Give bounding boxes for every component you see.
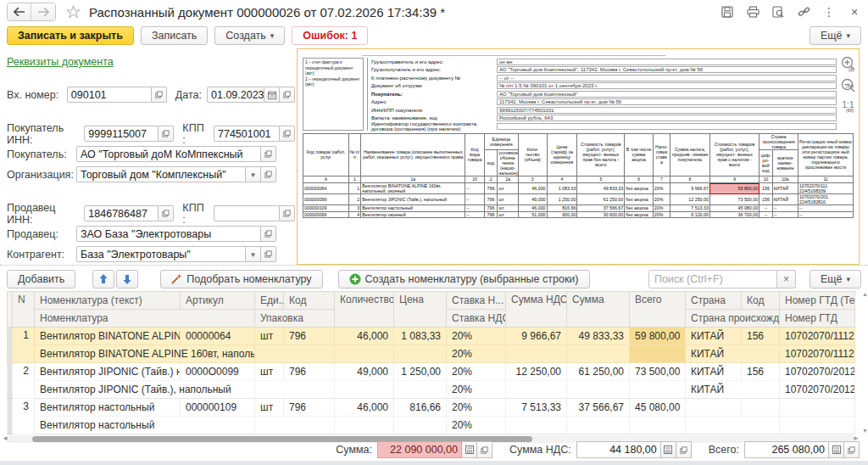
move-down-button[interactable] xyxy=(116,270,138,289)
open-icon[interactable] xyxy=(159,126,174,142)
save-close-button[interactable]: Записать и закрыть xyxy=(7,26,134,45)
col-code[interactable]: Код xyxy=(284,292,335,310)
col-n[interactable]: N xyxy=(13,292,35,328)
open-icon[interactable] xyxy=(676,441,692,458)
col-gtd-number[interactable]: Номер ГТД xyxy=(780,310,855,328)
back-button[interactable] xyxy=(8,3,31,20)
vat-sum-label: Сумма НДС: xyxy=(509,444,571,456)
col-country[interactable]: Страна xyxy=(686,292,742,310)
col-articul[interactable]: Артикул xyxy=(181,292,255,310)
open-icon[interactable] xyxy=(261,146,276,162)
close-icon[interactable]: × xyxy=(848,5,861,19)
add-row-button[interactable]: Добавить xyxy=(7,270,75,289)
in-number-input[interactable]: 090101 xyxy=(67,87,152,103)
sum-field: 22 090 000,00 xyxy=(377,441,492,458)
status-strip xyxy=(0,461,868,465)
calculator-icon[interactable] xyxy=(661,441,676,458)
organization-input[interactable]: Торговый дом "Комплексный" xyxy=(76,166,246,182)
item-row-line2[interactable]: Вентилятор BINATONE ALPINE 160вт, наполь… xyxy=(8,345,855,363)
actual-size-button[interactable]: 1:1 xyxy=(843,100,854,109)
pv-col-price: Цена (тариф) за единицу измерения xyxy=(547,133,577,176)
buyer-inn-input[interactable]: 9999115007 xyxy=(84,126,159,142)
item-row-line2[interactable]: Вентилятор настольный 20% xyxy=(8,417,855,434)
open-icon[interactable] xyxy=(280,205,295,221)
date-input[interactable]: 01.09.2023 xyxy=(207,87,264,103)
scroll-up-icon[interactable]: ▲ xyxy=(862,291,868,297)
more-button-grid[interactable]: Ещё▾ xyxy=(810,270,861,289)
errors-button[interactable]: Ошибок: 1 xyxy=(292,26,368,45)
item-row-line1[interactable]: 1 Вентилятор BINATONE ALPINE 1... 000000… xyxy=(8,328,855,345)
create-button[interactable]: Создать▾ xyxy=(214,26,285,45)
col-price[interactable]: Цена xyxy=(394,292,447,328)
open-icon[interactable] xyxy=(261,166,276,182)
col-nomenclature[interactable]: Номенклатура xyxy=(35,310,255,328)
chevron-down-icon[interactable]: ▾ xyxy=(246,166,261,182)
buyer-kpp-input[interactable]: 774501001 xyxy=(214,126,280,142)
col-sum[interactable]: Сумма xyxy=(567,292,630,328)
col-packaging[interactable]: Упаковка xyxy=(255,310,335,328)
item-row-line1[interactable]: 3 Вентилятор настольный 000000109 шт 796… xyxy=(8,399,855,417)
print-icon[interactable] xyxy=(746,5,760,19)
search-input[interactable] xyxy=(648,270,777,289)
col-unit[interactable]: Еди... xyxy=(255,292,284,310)
pv-col-unit-name: условное обозна- чение (нацио- нальное) xyxy=(498,149,519,176)
vertical-scrollbar[interactable]: ▲ ▼ xyxy=(861,291,868,434)
cell-gtd: 10702070/201224 xyxy=(780,363,855,381)
clear-search-icon[interactable]: × xyxy=(777,270,796,289)
cell-country-code: 156 xyxy=(742,363,780,381)
window-icons: ⋮ × xyxy=(721,5,861,19)
buyer-inn-field: 9999115007 xyxy=(84,126,174,142)
counterparty-input[interactable]: База "Электротовары" xyxy=(76,246,246,262)
item-row-line1[interactable]: 2 Вентилятор JIPONIC (Тайв.) напол... 00… xyxy=(8,363,855,381)
col-vat[interactable]: Сумма НДС xyxy=(506,292,567,328)
move-up-button[interactable] xyxy=(92,270,114,289)
sum-value[interactable]: 22 090 000,00 xyxy=(377,441,462,458)
save-button[interactable]: Записать xyxy=(141,26,208,45)
open-icon[interactable] xyxy=(159,205,174,221)
seller-kpp-input[interactable] xyxy=(214,205,280,221)
open-icon[interactable] xyxy=(280,87,295,103)
calendar-icon[interactable] xyxy=(264,87,280,103)
calculator-icon[interactable] xyxy=(829,441,844,458)
open-icon[interactable] xyxy=(261,246,276,262)
seller-input[interactable]: ЗАО База "Электротовары xyxy=(76,226,261,242)
seller-inn-input[interactable]: 1846786487 xyxy=(84,205,159,221)
col-qty[interactable]: Количество xyxy=(335,292,394,328)
col-text[interactable]: Номенклатура (текст) xyxy=(35,292,181,310)
total-value[interactable]: 265 080,00 xyxy=(744,441,829,458)
requisites-link[interactable]: Реквизиты документа xyxy=(7,56,114,68)
more-button-top[interactable]: Ещё▾ xyxy=(810,26,861,45)
open-icon[interactable] xyxy=(844,441,860,458)
col-country-origin[interactable]: Страна происхожд... xyxy=(686,310,780,328)
open-icon[interactable] xyxy=(152,87,167,103)
recognized-document-preview[interactable]: 1 – счет-фактура и передаточный документ… xyxy=(297,48,860,265)
link-icon[interactable] xyxy=(797,5,810,19)
col-rate[interactable]: Ставка Н... xyxy=(447,292,506,310)
zoom-out-icon[interactable] xyxy=(841,78,855,92)
more-dots-icon[interactable]: ⋮ xyxy=(822,5,836,19)
cell-empty xyxy=(394,417,447,434)
scroll-down-icon[interactable]: ▼ xyxy=(862,428,868,434)
col-country-code[interactable]: Код xyxy=(742,292,780,310)
calculator-icon[interactable] xyxy=(462,441,477,458)
open-icon[interactable] xyxy=(280,126,295,142)
create-nomenclature-button[interactable]: Создать номенклатуру (выбранные строки) xyxy=(338,270,590,289)
vat-sum-value[interactable]: 44 180,00 xyxy=(576,441,661,458)
forward-button[interactable] xyxy=(31,3,55,20)
open-icon[interactable] xyxy=(261,226,276,242)
save-icon[interactable] xyxy=(721,5,734,19)
col-vat-rate[interactable]: Ставка НДС xyxy=(447,310,506,328)
favorite-star-icon[interactable] xyxy=(66,5,81,19)
zoom-in-icon[interactable] xyxy=(841,56,855,70)
date-field: 01.09.2023 xyxy=(207,87,295,103)
col-gtd[interactable]: Номер ГТД (Текс... xyxy=(780,292,855,310)
chevron-down-icon[interactable]: ▾ xyxy=(246,246,261,262)
pick-nomenclature-button[interactable]: Подобрать номенклатуру xyxy=(160,270,322,289)
preview-icon[interactable] xyxy=(771,5,785,19)
col-total[interactable]: Всего xyxy=(630,292,686,328)
open-icon[interactable] xyxy=(477,441,492,458)
item-row-line2[interactable]: Вентилятор JIPONIC (Тайв.), напольный 20… xyxy=(8,381,855,399)
pv-col-unit-code: код xyxy=(484,149,498,176)
arrow-up-icon xyxy=(99,274,108,284)
buyer-input[interactable]: АО "Торговый доМ КоМппексный xyxy=(76,146,261,162)
